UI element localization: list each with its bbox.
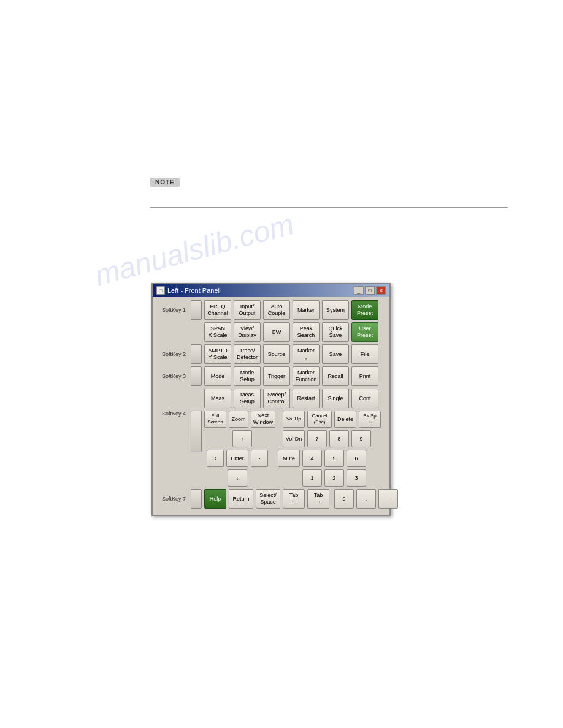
vol-up-button[interactable]: Vol Up	[283, 411, 305, 428]
file-button[interactable]: File	[351, 344, 378, 364]
next-window-button[interactable]: NextWindow	[251, 411, 275, 428]
nav-left-button[interactable]: ‹	[207, 450, 224, 467]
titlebar-controls[interactable]: _ □ ✕	[354, 286, 386, 295]
window-icon: □	[156, 286, 165, 295]
num6-button[interactable]: 6	[347, 450, 366, 467]
trace-detector-button[interactable]: Trace/Detector	[234, 344, 261, 364]
nav-up-area: ↑	[209, 430, 275, 447]
row-meas: Meas MeasSetup Sweep/Control Restart Sin…	[156, 389, 386, 408]
print-button[interactable]: Print	[351, 366, 378, 386]
divider-line	[150, 207, 508, 208]
vol-dn-button[interactable]: Vol Dn	[283, 430, 305, 447]
softkey3-btn[interactable]	[191, 366, 202, 386]
nav-lr-area: ‹ Enter ›	[204, 450, 270, 467]
softkey1-btn[interactable]	[191, 300, 202, 320]
row-softkey7: SoftKey 7 Help Return Select/Space Tab← …	[156, 489, 386, 509]
input-output-button[interactable]: Input/Output	[234, 300, 261, 320]
meas-button[interactable]: Meas	[204, 389, 231, 408]
auto-couple-button[interactable]: AutoCouple	[263, 300, 290, 320]
maximize-button[interactable]: □	[365, 286, 375, 295]
num7-button[interactable]: 7	[307, 430, 327, 447]
nav-right-button[interactable]: ›	[251, 450, 268, 467]
minimize-button[interactable]: _	[354, 286, 364, 295]
num8-button[interactable]: 8	[329, 430, 349, 447]
num9-button[interactable]: 9	[351, 430, 371, 447]
select-space-button[interactable]: Select/Space	[256, 489, 280, 509]
bw-button[interactable]: BW	[263, 322, 290, 342]
num5-button[interactable]: 5	[324, 450, 344, 467]
softkey4-btn[interactable]	[191, 411, 202, 452]
row-softkey3: SoftKey 3 Mode ModeSetup Trigger MarkerF…	[156, 366, 386, 386]
row-softkey1: SoftKey 1 FREQChannel Input/Output AutoC…	[156, 300, 386, 320]
peak-search-button[interactable]: PeakSearch	[293, 322, 320, 342]
return-button[interactable]: Return	[229, 489, 253, 509]
save-button[interactable]: Save	[322, 344, 349, 364]
gap1	[278, 411, 280, 428]
softkey2-label: SoftKey 2	[156, 351, 188, 357]
row-navdown: ↓ 1 2 3	[204, 469, 381, 487]
marker-button[interactable]: Marker	[293, 300, 320, 320]
single-button[interactable]: Single	[322, 389, 349, 408]
marker-comma-button[interactable]: Marker,	[293, 344, 320, 364]
num4-button[interactable]: 4	[302, 450, 322, 467]
row-span: SPANX Scale View/Display BW PeakSearch Q…	[156, 322, 386, 342]
meas-setup-button[interactable]: MeasSetup	[234, 389, 261, 408]
softkey7-btn[interactable]	[191, 489, 202, 509]
note-badge: NOTE	[150, 178, 180, 187]
softkey4-label: SoftKey 4	[156, 411, 188, 417]
mute-button[interactable]: Mute	[278, 450, 300, 467]
user-preset-button[interactable]: UserPreset	[351, 322, 378, 342]
nav-down-area: ↓	[204, 469, 270, 487]
watermark: manualslib.com	[91, 207, 297, 292]
help-button[interactable]: Help	[204, 489, 226, 509]
num1-button[interactable]: 1	[302, 469, 322, 487]
tab-left-button[interactable]: Tab←	[283, 489, 305, 509]
source-button[interactable]: Source	[263, 344, 290, 364]
span-xscale-button[interactable]: SPANX Scale	[204, 322, 231, 342]
tab-right-button[interactable]: Tab→	[307, 489, 329, 509]
bksp-button[interactable]: Bk Sp‹	[359, 411, 381, 428]
titlebar-left: □ Left - Front Panel	[156, 286, 220, 295]
view-display-button[interactable]: View/Display	[234, 322, 261, 342]
mode-setup-button[interactable]: ModeSetup	[234, 366, 261, 386]
full-screen-button[interactable]: FullScreen	[204, 411, 226, 428]
row-sk5: ↑ Vol Dn 7 8 9	[204, 430, 381, 447]
softkey1-label: SoftKey 1	[156, 307, 188, 313]
quick-save-button[interactable]: QuickSave	[322, 322, 349, 342]
softkey3-label: SoftKey 3	[156, 373, 188, 379]
freq-channel-button[interactable]: FREQChannel	[204, 300, 231, 320]
softkey7-label: SoftKey 7	[156, 496, 188, 502]
amptd-yscale-button[interactable]: AMPTDY Scale	[204, 344, 231, 364]
zoom-button[interactable]: Zoom	[229, 411, 248, 428]
cont-button[interactable]: Cont	[351, 389, 378, 408]
delete-button[interactable]: Delete	[334, 411, 356, 428]
mode-preset-button[interactable]: ModePreset	[351, 300, 378, 320]
dot-button[interactable]: .	[356, 489, 376, 509]
marker-function-button[interactable]: MarkerFunction	[293, 366, 320, 386]
num0-button[interactable]: 0	[334, 489, 354, 509]
trigger-button[interactable]: Trigger	[263, 366, 290, 386]
num2-button[interactable]: 2	[324, 469, 344, 487]
softkey2-btn[interactable]	[191, 344, 202, 364]
screen-row: FullScreen Zoom NextWindow Vol Up Cancel…	[204, 411, 381, 428]
mode-button[interactable]: Mode	[204, 366, 231, 386]
nav-area: FullScreen Zoom NextWindow Vol Up Cancel…	[204, 411, 381, 487]
neg-button[interactable]: -	[378, 489, 398, 509]
front-panel-window: □ Left - Front Panel _ □ ✕ SoftKey 1 FRE…	[151, 283, 391, 516]
cancel-esc-button[interactable]: Cancel(Esc)	[307, 411, 332, 428]
nav-up-button[interactable]: ↑	[232, 430, 252, 447]
window-title: Left - Front Panel	[167, 287, 220, 294]
titlebar: □ Left - Front Panel _ □ ✕	[153, 284, 389, 297]
row-softkey4: SoftKey 4 FullScreen Zoom NextWindow Vol…	[156, 411, 386, 487]
row-softkey2: SoftKey 2 AMPTDY Scale Trace/Detector So…	[156, 344, 386, 364]
nav-down-button[interactable]: ↓	[228, 469, 247, 487]
restart-button[interactable]: Restart	[293, 389, 320, 408]
nav-enter-button[interactable]: Enter	[226, 450, 248, 467]
panel-body: SoftKey 1 FREQChannel Input/Output AutoC…	[153, 297, 389, 515]
row-sk6: ‹ Enter › Mute 4 5 6	[204, 450, 381, 467]
num3-button[interactable]: 3	[347, 469, 366, 487]
system-button[interactable]: System	[322, 300, 349, 320]
sweep-control-button[interactable]: Sweep/Control	[263, 389, 290, 408]
recall-button[interactable]: Recall	[322, 366, 349, 386]
close-button[interactable]: ✕	[376, 286, 386, 295]
